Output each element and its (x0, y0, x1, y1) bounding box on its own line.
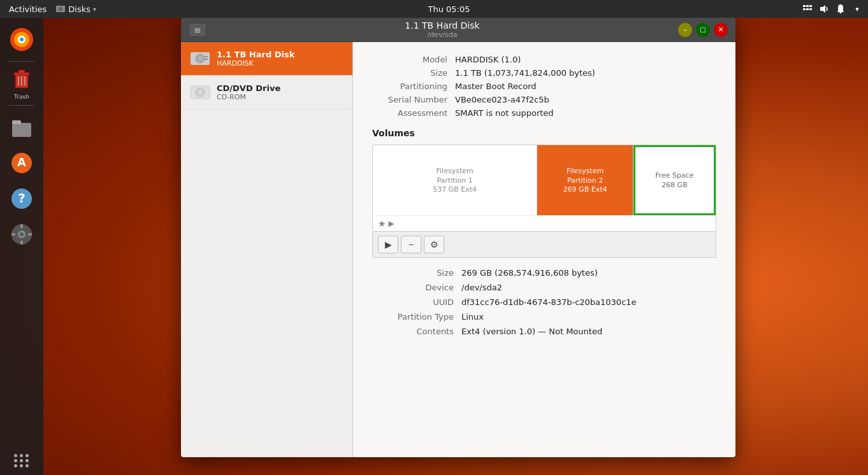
harddisk-text: 1.1 TB Hard Disk HARDDISK (217, 50, 294, 67)
cdrom-icon (190, 82, 210, 103)
svg-point-37 (199, 58, 201, 59)
svg-marker-9 (820, 5, 825, 13)
titlebar-title: 1.1 TB Hard Disk /dev/sda (206, 20, 678, 39)
partition1-size: 537 GB Ext4 (433, 185, 477, 194)
help-icon: ? (10, 187, 34, 211)
menu-icon: ≡ (194, 25, 201, 35)
minimize-button[interactable]: – (678, 23, 692, 37)
cdrom-text: CD/DVD Drive CD-ROM (217, 83, 280, 101)
size-value: 1.1 TB (1,073,741,824,000 bytes) (455, 68, 595, 78)
vol-parttype-row: Partition Type Linux (372, 312, 716, 322)
vol-device-label: Device (372, 283, 461, 292)
harddisk-sub: HARDDISK (217, 59, 294, 67)
vol-size-label: Size (372, 268, 461, 278)
vol-size-value: 269 GB (268,574,916,608 bytes) (461, 268, 598, 278)
disks-window: ≡ 1.1 TB Hard Disk /dev/sda – □ ✕ (181, 18, 735, 457)
disk-sidebar: 1.1 TB Hard Disk HARDDISK CD/DVD Drive C… (181, 42, 353, 457)
launcher-item-firefox[interactable] (5, 23, 38, 56)
system-menu-icon[interactable]: ▾ (851, 3, 863, 15)
vol-contents-value: Ext4 (version 1.0) — Not Mounted (461, 327, 602, 336)
window-body: 1.1 TB Hard Disk HARDDISK CD/DVD Drive C… (181, 42, 735, 457)
launcher-item-files[interactable] (5, 111, 38, 144)
star-icon: ★ (378, 218, 386, 229)
volume-bar-container: Filesystem Partition 1 537 GB Ext4 Files… (372, 145, 716, 232)
play-icon: ▶ (389, 219, 394, 228)
activities-button[interactable]: Activities (5, 4, 50, 14)
svg-rect-38 (205, 56, 208, 57)
dot7 (14, 464, 17, 467)
svg-text:?: ? (18, 190, 25, 206)
dot1 (14, 454, 17, 457)
main-content: Model HARDDISK (1.0) Size 1.1 TB (1,073,… (353, 42, 735, 457)
gear-button[interactable]: ⚙ (424, 236, 444, 253)
svg-point-14 (20, 38, 24, 41)
svg-rect-7 (806, 8, 809, 10)
svg-rect-30 (20, 224, 23, 228)
model-value: HARDDISK (1.0) (455, 55, 521, 64)
assessment-label: Assessment (372, 108, 455, 118)
volume-actions: ▶ − ⚙ (372, 232, 716, 258)
volume-partition-2[interactable]: Filesystem Partition 2 269 GB Ext4 (537, 145, 633, 215)
titlebar-menu-button[interactable]: ≡ (189, 23, 206, 37)
vol-contents-row: Contents Ext4 (version 1.0) — Not Mounte… (372, 327, 716, 336)
partition2-label: Filesystem Partition 2 (567, 167, 604, 185)
assessment-row: Assessment SMART is not supported (372, 108, 716, 118)
volume-bar: Filesystem Partition 1 537 GB Ext4 Files… (373, 145, 716, 215)
vol-contents-label: Contents (372, 327, 461, 336)
sidebar-item-cdrom[interactable]: CD/DVD Drive CD-ROM (181, 76, 352, 110)
svg-text:A: A (17, 155, 26, 169)
maximize-icon: □ (700, 27, 705, 33)
dot5 (20, 459, 23, 462)
size-label: Size (372, 68, 455, 78)
app-menu[interactable]: Disks ▾ (55, 4, 96, 14)
play-button[interactable]: ▶ (378, 236, 398, 253)
volume-icon[interactable] (818, 3, 830, 15)
dot4 (14, 459, 17, 462)
dot3 (25, 454, 29, 457)
appstore-icon: A (10, 151, 34, 175)
partition2-size: 269 GB Ext4 (563, 185, 607, 194)
notifications-icon[interactable] (835, 3, 846, 15)
launcher-item-trash[interactable]: Trash (5, 67, 38, 100)
show-applications-button[interactable] (14, 454, 29, 467)
freespace-label: Free Space (655, 171, 693, 180)
svg-rect-32 (11, 233, 15, 236)
svg-rect-21 (12, 123, 31, 137)
disk-app-icon (55, 4, 66, 14)
svg-rect-31 (20, 241, 23, 245)
launcher-item-settings[interactable] (5, 218, 38, 251)
svg-rect-17 (18, 70, 25, 73)
vol-parttype-value: Linux (461, 312, 484, 322)
volume-free-space[interactable]: Free Space 268 GB (633, 145, 716, 215)
launcher-divider-2 (9, 105, 34, 106)
size-row: Size 1.1 TB (1,073,741,824,000 bytes) (372, 68, 716, 78)
launcher: Trash A ? (0, 18, 43, 475)
harddisk-icon (190, 48, 210, 69)
svg-rect-33 (28, 233, 32, 236)
launcher-item-help[interactable]: ? (5, 182, 38, 215)
vol-parttype-label: Partition Type (372, 312, 461, 322)
network-icon[interactable] (802, 3, 813, 15)
minus-button[interactable]: − (401, 236, 421, 253)
svg-rect-10 (840, 12, 842, 13)
model-label: Model (372, 55, 455, 64)
svg-point-42 (199, 91, 201, 94)
sidebar-item-harddisk[interactable]: 1.1 TB Hard Disk HARDDISK (181, 42, 352, 76)
volumes-header: Volumes (372, 128, 716, 138)
vol-device-row: Device /dev/sda2 (372, 283, 716, 292)
svg-point-29 (20, 232, 24, 236)
svg-point-2 (60, 8, 61, 10)
svg-rect-6 (803, 8, 806, 10)
titlebar: ≡ 1.1 TB Hard Disk /dev/sda – □ ✕ (181, 18, 735, 42)
clock: Thu 05:05 (428, 4, 470, 14)
maximize-button[interactable]: □ (696, 23, 710, 37)
top-panel: Activities Disks ▾ Thu 05:05 (0, 0, 868, 18)
gear-btn-icon: ⚙ (430, 239, 438, 250)
close-button[interactable]: ✕ (714, 23, 728, 37)
dot2 (20, 454, 23, 457)
freespace-size: 268 GB (662, 181, 688, 189)
launcher-item-appstore[interactable]: A (5, 146, 38, 180)
svg-rect-39 (205, 59, 208, 60)
volume-partition-1[interactable]: Filesystem Partition 1 537 GB Ext4 (373, 145, 537, 215)
play-btn-icon: ▶ (385, 239, 392, 250)
